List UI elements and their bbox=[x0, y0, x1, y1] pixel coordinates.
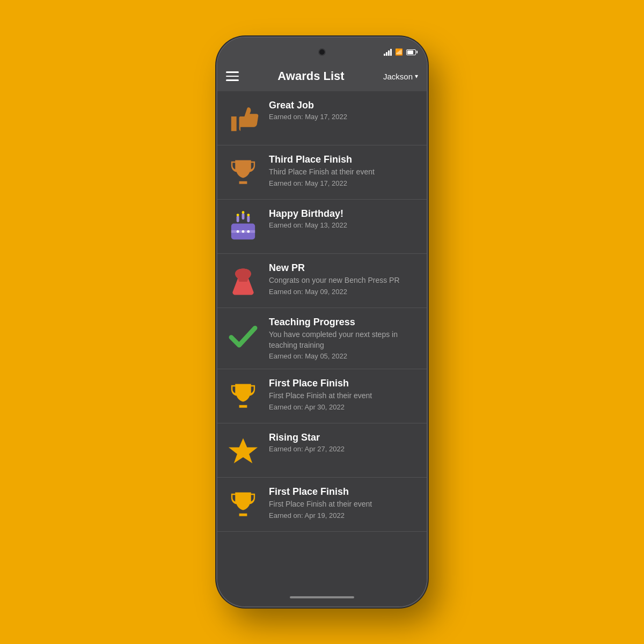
phone-frame: 📶 Awards List Jackson ▾ G bbox=[217, 38, 427, 606]
award-date: Earned on: Apr 30, 2022 bbox=[269, 403, 418, 411]
award-desc: Congrats on your new Bench Press PR bbox=[269, 275, 418, 286]
weight-icon bbox=[226, 265, 260, 299]
award-title: First Place Finish bbox=[269, 378, 418, 389]
checkmark-icon bbox=[226, 319, 260, 353]
award-title: First Place Finish bbox=[269, 486, 418, 497]
award-date: Earned on: May 09, 2022 bbox=[269, 288, 418, 296]
wifi-icon: 📶 bbox=[395, 48, 403, 56]
awards-list: Great Job Earned on: May 17, 2022 Third … bbox=[217, 91, 427, 588]
award-icon-trophy-gold-2 bbox=[226, 486, 260, 523]
award-text: Rising Star Earned on: Apr 27, 2022 bbox=[269, 432, 418, 453]
list-item[interactable]: Teaching Progress You have completed you… bbox=[217, 308, 427, 369]
award-title: Teaching Progress bbox=[269, 317, 418, 328]
award-text: Great Job Earned on: May 17, 2022 bbox=[269, 100, 418, 121]
list-item[interactable]: New PR Congrats on your new Bench Press … bbox=[217, 254, 427, 308]
award-date: Earned on: Apr 19, 2022 bbox=[269, 511, 418, 519]
svg-point-9 bbox=[242, 230, 245, 233]
svg-point-10 bbox=[247, 230, 250, 233]
list-item[interactable]: First Place Finish First Place Finish at… bbox=[217, 478, 427, 532]
award-title: New PR bbox=[269, 262, 418, 274]
award-icon-star bbox=[226, 432, 260, 469]
award-icon-weight bbox=[226, 262, 260, 299]
list-item[interactable]: First Place Finish First Place Finish at… bbox=[217, 369, 427, 423]
star-icon bbox=[226, 434, 260, 469]
trophy-gold-icon-2 bbox=[226, 488, 260, 523]
home-bar bbox=[290, 596, 354, 598]
award-date: Earned on: Apr 27, 2022 bbox=[269, 445, 418, 453]
award-title: Happy Birthday! bbox=[269, 208, 418, 219]
award-desc: Third Place Finish at their event bbox=[269, 167, 418, 178]
award-title: Great Job bbox=[269, 100, 418, 111]
list-item[interactable]: Rising Star Earned on: Apr 27, 2022 bbox=[217, 423, 427, 478]
list-item[interactable]: Great Job Earned on: May 17, 2022 bbox=[217, 91, 427, 145]
award-text: Teaching Progress You have completed you… bbox=[269, 317, 418, 360]
award-text: First Place Finish First Place Finish at… bbox=[269, 378, 418, 411]
award-date: Earned on: May 17, 2022 bbox=[269, 179, 418, 187]
award-date: Earned on: May 05, 2022 bbox=[269, 352, 418, 360]
chevron-down-icon: ▾ bbox=[415, 72, 418, 80]
battery-icon bbox=[406, 49, 416, 55]
award-icon-birthday bbox=[226, 208, 260, 245]
svg-point-4 bbox=[242, 211, 245, 214]
award-text: New PR Congrats on your new Bench Press … bbox=[269, 262, 418, 296]
award-text: Happy Birthday! Earned on: May 13, 2022 bbox=[269, 208, 418, 229]
nav-header: Awards List Jackson ▾ bbox=[217, 61, 427, 91]
svg-point-8 bbox=[237, 230, 239, 233]
award-icon-checkmark bbox=[226, 317, 260, 353]
list-item[interactable]: Third Place Finish Third Place Finish at… bbox=[217, 145, 427, 200]
thumbs-up-icon bbox=[226, 102, 260, 136]
trophy-bronze-icon bbox=[226, 156, 260, 191]
award-desc: First Place Finish at their event bbox=[269, 499, 418, 510]
award-date: Earned on: May 13, 2022 bbox=[269, 221, 418, 229]
svg-point-5 bbox=[247, 214, 250, 216]
user-name: Jackson bbox=[383, 72, 413, 81]
award-desc: You have completed your next steps in te… bbox=[269, 330, 418, 350]
award-title: Third Place Finish bbox=[269, 154, 418, 165]
menu-button[interactable] bbox=[226, 71, 239, 81]
svg-rect-2 bbox=[247, 216, 250, 222]
status-icons: 📶 bbox=[384, 48, 416, 56]
award-date: Earned on: May 17, 2022 bbox=[269, 113, 418, 121]
award-title: Rising Star bbox=[269, 432, 418, 443]
award-desc: First Place Finish at their event bbox=[269, 391, 418, 401]
camera-notch bbox=[318, 48, 326, 56]
home-indicator bbox=[217, 588, 427, 606]
page-title: Awards List bbox=[277, 69, 344, 83]
svg-rect-1 bbox=[242, 213, 245, 219]
signal-icon bbox=[384, 49, 392, 56]
award-icon-trophy-bronze bbox=[226, 154, 260, 191]
svg-marker-11 bbox=[229, 438, 258, 464]
trophy-gold-icon bbox=[226, 380, 260, 414]
birthday-cake-icon bbox=[226, 210, 260, 245]
award-icon-thumbs-up bbox=[226, 100, 260, 136]
award-text: First Place Finish First Place Finish at… bbox=[269, 486, 418, 519]
award-icon-trophy-gold-1 bbox=[226, 378, 260, 414]
status-bar: 📶 bbox=[217, 38, 427, 61]
svg-rect-0 bbox=[237, 216, 239, 222]
user-selector[interactable]: Jackson ▾ bbox=[383, 72, 418, 81]
award-text: Third Place Finish Third Place Finish at… bbox=[269, 154, 418, 187]
svg-point-3 bbox=[237, 214, 239, 216]
list-item[interactable]: Happy Birthday! Earned on: May 13, 2022 bbox=[217, 200, 427, 254]
